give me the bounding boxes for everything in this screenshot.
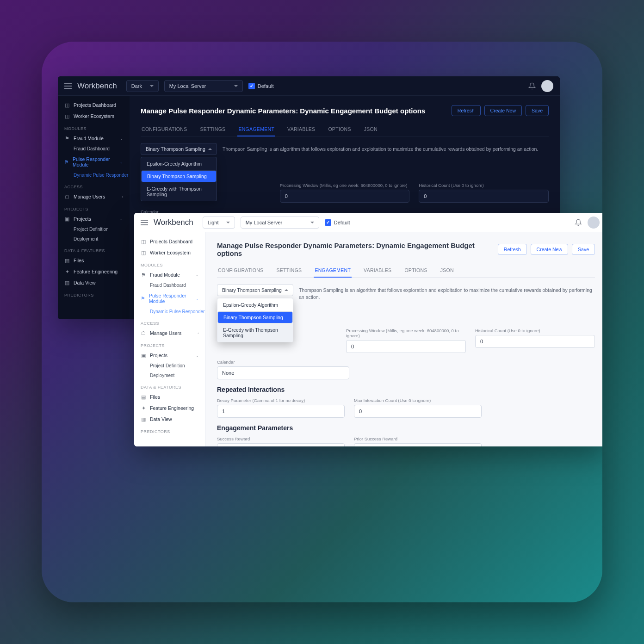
sidebar-item-projects[interactable]: ▣Projects⌄ xyxy=(58,213,130,224)
sidebar-item-projects-dashboard[interactable]: ◫Projects Dashboard xyxy=(134,236,205,247)
sidebar-item-pulse-responder[interactable]: ⚑Pulse Responder Module⌄ xyxy=(58,154,130,170)
dd-option-epsilon[interactable]: Epsilon-Greedy Algorithm xyxy=(141,157,217,170)
processing-window-input[interactable]: 0 xyxy=(280,190,410,203)
default-checkbox-row[interactable]: ✓Default xyxy=(325,219,350,226)
dd-option-egreedy-thompson[interactable]: E-Greedy with Thompson Sampling xyxy=(217,323,293,342)
sidebar-head-predictors: PREDICTORS xyxy=(134,425,205,436)
theme-select[interactable]: Light xyxy=(203,217,235,229)
dd-option-binary[interactable]: Binary Thompson Sampling xyxy=(217,311,293,323)
create-new-button[interactable]: Create New xyxy=(531,244,568,255)
prior-success-input[interactable]: 0,1 xyxy=(354,443,482,446)
sidebar-head-projects: PROJECTS xyxy=(134,339,205,350)
tab-engagement[interactable]: ENGAGEMENT xyxy=(237,123,275,136)
sidebar-head-predictors: PREDICTORS xyxy=(58,288,130,299)
sidebar-item-data-view[interactable]: ▥Data View xyxy=(58,277,130,288)
theme-select[interactable]: Dark xyxy=(126,80,159,92)
sidebar-item-fraud-module[interactable]: ⚑Fraud Module⌄ xyxy=(58,133,130,144)
sidebar-item-projects[interactable]: ▣Projects⌄ xyxy=(134,350,205,361)
historical-count-label: Historical Count (Use 0 to ignore) xyxy=(419,183,549,188)
tab-json[interactable]: JSON xyxy=(363,123,378,136)
tab-options[interactable]: OPTIONS xyxy=(327,123,352,136)
decay-input[interactable]: 1 xyxy=(217,405,345,418)
hamburger-icon[interactable] xyxy=(141,220,148,225)
window-light: Workbench Light My Local Server ✓Default… xyxy=(134,213,602,446)
processing-window-label: Processing Window (Millis, eg one week: … xyxy=(346,328,466,338)
topbar: Workbench Light My Local Server ✓Default xyxy=(134,213,602,232)
sidebar-item-manage-users[interactable]: ☖Manage Users‹ xyxy=(134,328,205,339)
sidebar-head-projects: PROJECTS xyxy=(58,202,130,213)
save-button[interactable]: Save xyxy=(572,244,595,255)
sidebar-item-manage-users[interactable]: ☖Manage Users‹ xyxy=(58,191,130,202)
sidebar-sub-dynamic-pulse[interactable]: Dynamic Pulse Responder xyxy=(58,170,130,180)
sidebar-item-fraud-module[interactable]: ⚑Fraud Module⌄ xyxy=(134,269,205,280)
default-checkbox-row[interactable]: ✓Default xyxy=(248,83,274,89)
sidebar-item-feature-eng[interactable]: ✦Feature Engineering xyxy=(58,266,130,277)
create-new-button[interactable]: Create New xyxy=(484,105,522,116)
tab-settings[interactable]: SETTINGS xyxy=(199,123,227,136)
sidebar-item-feature-eng[interactable]: ✦Feature Engineering xyxy=(134,402,205,414)
page-title: Manage Pulse Responder Dynamic Parameter… xyxy=(217,242,494,257)
avatar[interactable] xyxy=(588,217,600,229)
max-interaction-input[interactable]: 0 xyxy=(354,405,482,418)
tab-configurations[interactable]: CONFIGURATIONS xyxy=(217,264,265,277)
algorithm-select[interactable]: Binary Thompson Sampling xyxy=(217,284,293,296)
server-select[interactable]: My Local Server xyxy=(241,217,319,229)
bell-icon[interactable] xyxy=(575,219,582,226)
sidebar-item-worker-ecosystem[interactable]: ◫Worker Ecosystem xyxy=(58,111,130,122)
topbar: Workbench Dark My Local Server ✓Default xyxy=(58,76,560,96)
tab-variables[interactable]: VARIABLES xyxy=(363,264,392,277)
refresh-button[interactable]: Refresh xyxy=(452,105,481,116)
avatar[interactable] xyxy=(541,80,553,92)
dd-option-epsilon[interactable]: Epsilon-Greedy Algorithm xyxy=(217,298,293,311)
sidebar-item-projects-dashboard[interactable]: ◫Projects Dashboard xyxy=(58,99,130,111)
sidebar-sub-deployment[interactable]: Deployment xyxy=(58,234,130,244)
section-engagement: Engagement Parameters xyxy=(217,424,595,432)
success-reward-label: Success Reward xyxy=(217,436,345,441)
processing-window-input[interactable]: 0 xyxy=(346,340,466,353)
checkbox-icon[interactable]: ✓ xyxy=(325,219,331,226)
tab-variables[interactable]: VARIABLES xyxy=(286,123,316,136)
sidebar-head-modules: MODULES xyxy=(134,258,205,269)
tab-settings[interactable]: SETTINGS xyxy=(276,264,303,277)
sidebar-item-data-view[interactable]: ▥Data View xyxy=(134,414,205,425)
algorithm-description: Thompson Sampling is an algorithm that f… xyxy=(223,143,549,153)
success-reward-input[interactable]: 0,1 xyxy=(217,443,345,446)
sidebar-sub-deployment[interactable]: Deployment xyxy=(134,371,205,380)
sidebar-item-files[interactable]: ▤Files xyxy=(58,255,130,266)
algorithm-description: Thompson Sampling is an algorithm that f… xyxy=(299,284,595,300)
save-button[interactable]: Save xyxy=(526,105,549,116)
sidebar-item-pulse-responder[interactable]: ⚑Pulse Responder Module⌄ xyxy=(134,290,205,307)
tabs: CONFIGURATIONS SETTINGS ENGAGEMENT VARIA… xyxy=(217,264,595,278)
max-interaction-label: Max Interaction Count (Use 0 to ignore) xyxy=(354,398,482,403)
dd-option-binary[interactable]: Binary Thompson Sampling xyxy=(141,170,217,182)
sidebar-sub-project-def[interactable]: Project Definition xyxy=(134,361,205,371)
sidebar-sub-fraud-dashboard[interactable]: Fraud Dashboard xyxy=(134,280,205,290)
sidebar-item-worker-ecosystem[interactable]: ◫Worker Ecosystem xyxy=(134,247,205,258)
refresh-button[interactable]: Refresh xyxy=(498,244,527,255)
prior-success-label: Prior Success Reward xyxy=(354,436,482,441)
checkbox-icon[interactable]: ✓ xyxy=(248,83,255,89)
sidebar-sub-fraud-dashboard[interactable]: Fraud Dashboard xyxy=(58,144,130,154)
historical-count-input[interactable]: 0 xyxy=(475,335,595,348)
sidebar-sub-dynamic-pulse[interactable]: Dynamic Pulse Responder xyxy=(134,307,205,316)
tab-engagement[interactable]: ENGAGEMENT xyxy=(314,264,352,278)
section-repeated: Repeated Interactions xyxy=(217,386,595,393)
algorithm-dropdown: Epsilon-Greedy Algorithm Binary Thompson… xyxy=(141,157,217,201)
calendar-label: Calendar xyxy=(217,359,349,365)
historical-count-label: Historical Count (Use 0 to ignore) xyxy=(475,328,595,333)
sidebar-head-data: DATA & FEATURES xyxy=(134,380,205,391)
sidebar-sub-project-def[interactable]: Project Definition xyxy=(58,224,130,234)
tabs: CONFIGURATIONS SETTINGS ENGAGEMENT VARIA… xyxy=(141,123,549,136)
algorithm-select[interactable]: Binary Thompson Sampling xyxy=(141,143,217,155)
server-select[interactable]: My Local Server xyxy=(164,80,243,92)
calendar-input[interactable]: None xyxy=(217,366,349,379)
hamburger-icon[interactable] xyxy=(64,83,72,89)
tab-configurations[interactable]: CONFIGURATIONS xyxy=(141,123,188,136)
historical-count-input[interactable]: 0 xyxy=(419,190,549,203)
brand-label: Workbench xyxy=(154,218,193,227)
dd-option-egreedy-thompson[interactable]: E-Greedy with Thompson Sampling xyxy=(141,182,217,201)
bell-icon[interactable] xyxy=(528,82,536,90)
sidebar-item-files[interactable]: ▤Files xyxy=(134,391,205,402)
tab-json[interactable]: JSON xyxy=(440,264,455,277)
tab-options[interactable]: OPTIONS xyxy=(403,264,428,277)
